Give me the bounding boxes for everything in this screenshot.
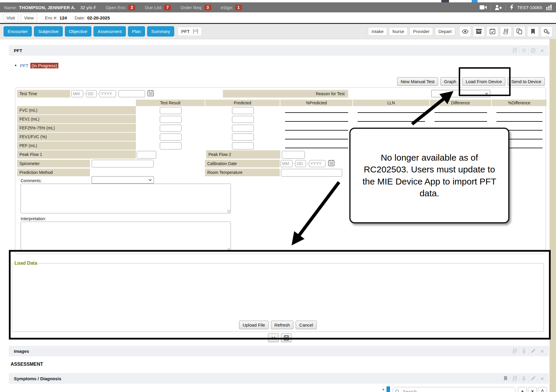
graph-button[interactable]: Graph — [440, 77, 460, 86]
intake-button[interactable]: Intake — [368, 27, 387, 36]
lightning-icon[interactable] — [510, 4, 514, 10]
pencil-icon[interactable] — [528, 347, 537, 355]
room-temperature-label: Room Temperature — [205, 169, 280, 176]
fev1-fvc-predicted-input[interactable] — [232, 134, 254, 141]
row-label-fvc-ml: FVC (mL) — [17, 106, 136, 115]
new-manual-test-button[interactable]: New Manual Test — [397, 77, 438, 86]
column-header-difference: %Difference — [492, 100, 547, 106]
comments-textarea[interactable] — [21, 184, 231, 213]
book-icon[interactable] — [510, 347, 519, 355]
chevron-double-down-icon[interactable] — [519, 47, 528, 54]
calendar-icon[interactable] — [328, 160, 335, 166]
value-line-cell — [492, 115, 547, 124]
fev1-ml-test-result-input[interactable] — [160, 116, 182, 123]
bookmark-icon[interactable] — [501, 375, 510, 382]
fev1-ml-predicted-input[interactable] — [232, 116, 254, 123]
close-icon[interactable]: × — [537, 375, 547, 382]
tab-encounter[interactable]: Encounter — [4, 26, 32, 37]
resize-handle[interactable] — [227, 210, 230, 213]
book-icon[interactable] — [510, 375, 519, 382]
calibration-date-label: Calibration Date — [205, 160, 280, 167]
cell — [136, 115, 205, 124]
visit-button[interactable]: Visit — [3, 14, 18, 22]
collapse-button[interactable]: ^ — [538, 387, 547, 392]
copy-icon[interactable] — [514, 26, 525, 37]
close-icon[interactable]: × — [537, 47, 547, 54]
close-button[interactable]: × — [528, 387, 537, 392]
document-list-item: • PFT (In Progress) — [15, 62, 58, 68]
system-id: TEST-10065 — [517, 5, 542, 10]
room-temperature-input[interactable] — [281, 169, 342, 177]
value-line-cell — [280, 133, 353, 141]
calibration-month-input[interactable] — [281, 160, 292, 167]
gears-icon[interactable] — [541, 26, 552, 37]
archive-icon[interactable] — [473, 26, 485, 37]
book-icon[interactable] — [500, 26, 512, 37]
section-title-pft: PFT — [14, 48, 22, 53]
counter-badge[interactable]: 2 — [128, 5, 135, 10]
interpretation-textarea[interactable] — [21, 222, 231, 252]
tab-objective[interactable]: Objective — [65, 26, 92, 37]
fef25-75-ml-predicted-input[interactable] — [232, 125, 254, 132]
search-icon — [395, 389, 400, 392]
provider-button[interactable]: Provider — [409, 27, 433, 36]
counter-badge[interactable]: 1 — [235, 5, 242, 10]
tab-assessment[interactable]: Assessment — [93, 26, 126, 37]
spirometer-input[interactable] — [92, 160, 154, 167]
person-add-icon[interactable] — [495, 5, 502, 10]
tab-pft[interactable]: PFT — [177, 27, 202, 36]
value-line-cell — [492, 106, 547, 115]
pef-ml-predicted-input[interactable] — [232, 142, 254, 149]
peak-flow-2-input[interactable] — [282, 151, 305, 159]
view-button[interactable]: View — [21, 14, 37, 22]
test-time-year-input[interactable] — [100, 90, 116, 97]
pencil-icon[interactable] — [528, 375, 537, 382]
nurse-button[interactable]: Nurse — [389, 27, 408, 36]
calendar-icon[interactable] — [486, 26, 498, 37]
dash: - — [84, 91, 85, 96]
add-button[interactable]: + — [518, 387, 527, 392]
bar-chart-icon[interactable] — [546, 5, 552, 10]
blank-value-line — [285, 139, 348, 139]
fev1-fvc-test-result-input[interactable] — [160, 134, 182, 141]
chart-nav-toolbar: EncounterSubjectiveObjectiveAssessmentPl… — [0, 24, 556, 39]
value-line-cell — [280, 115, 353, 124]
counter-esign: eSign:1 — [221, 5, 242, 10]
calibration-year-input[interactable] — [309, 160, 325, 167]
test-time-time-input[interactable] — [119, 90, 145, 97]
test-time-month-input[interactable] — [71, 90, 83, 97]
camera-icon[interactable] — [480, 5, 487, 10]
pft-document-link[interactable]: PFT — [20, 63, 28, 68]
left-caret-icon[interactable]: ◄ — [381, 387, 385, 391]
tab-plan[interactable]: Plan — [128, 26, 145, 37]
fef25-75-ml-test-result-input[interactable] — [160, 125, 182, 132]
enc-number-value: 124 — [60, 15, 67, 20]
pef-ml-test-result-input[interactable] — [160, 142, 182, 149]
blank-value-line — [285, 130, 348, 131]
tab-subjective[interactable]: Subjective — [34, 26, 62, 37]
peak-flow-1-input[interactable] — [137, 151, 156, 159]
book-icon[interactable] — [510, 47, 519, 54]
ban-icon[interactable] — [528, 47, 537, 54]
mic-icon[interactable] — [519, 375, 528, 382]
search-input[interactable] — [402, 389, 513, 392]
counter-badge[interactable]: 3 — [204, 5, 211, 10]
pft-section-header: PFT × — [9, 45, 549, 56]
bookmark-icon[interactable] — [527, 26, 539, 37]
calendar-icon[interactable] — [147, 90, 154, 96]
cell — [136, 150, 205, 159]
fvc-ml-test-result-input[interactable] — [160, 107, 182, 114]
calibration-day-input[interactable] — [295, 160, 306, 167]
eye-icon[interactable] — [459, 26, 471, 37]
fvc-ml-predicted-input[interactable] — [232, 107, 254, 114]
counter-badge[interactable]: 7 — [164, 5, 171, 10]
send-to-device-button[interactable]: Send to Device — [508, 77, 545, 86]
tab-summary[interactable]: Summary — [147, 26, 174, 37]
counter-label: eSign: — [221, 5, 233, 10]
mic-icon[interactable] — [519, 347, 528, 355]
depart-button[interactable]: Depart — [435, 27, 455, 36]
enc-date-value: 02-20-2025 — [87, 15, 110, 20]
test-time-day-input[interactable] — [86, 90, 97, 97]
close-icon[interactable]: × — [537, 347, 547, 355]
prediction-method-select[interactable] — [92, 176, 154, 184]
